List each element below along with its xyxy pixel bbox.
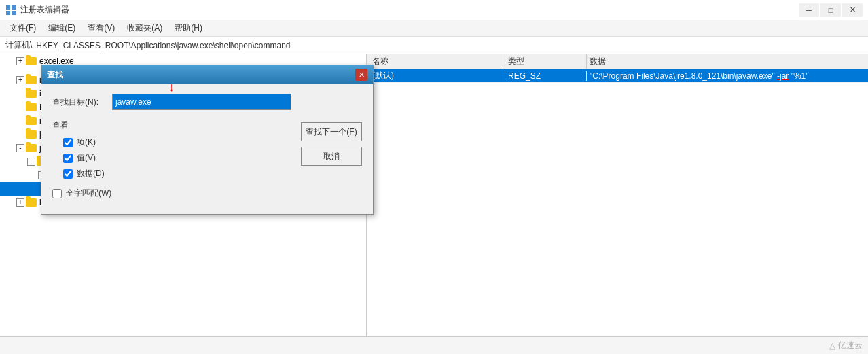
check-whole-row: 全字匹配(W) xyxy=(52,188,291,199)
checkboxes: 项(K) 值(V) 数据(D) xyxy=(63,137,291,179)
menu-view[interactable]: 查看(V) xyxy=(82,21,120,35)
title-bar-left: 注册表编辑器 xyxy=(5,4,69,16)
folder-icon-java xyxy=(26,130,37,139)
check-whole-label: 全字匹配(W) xyxy=(66,188,111,199)
watermark-icon: △ xyxy=(829,341,835,351)
title-bar: 注册表编辑器 ─ □ ✕ xyxy=(0,0,868,20)
dialog-buttons: 查找下一个(F) 取消 xyxy=(301,122,362,166)
arrow-down-1: ↓ xyxy=(168,80,175,94)
check-data-row: 数据(D) xyxy=(63,168,291,179)
col-header-type: 类型 xyxy=(505,54,587,69)
cancel-button[interactable]: 取消 xyxy=(301,147,362,166)
val-data-default: "C:\Program Files\Java\jre1.8.0_121\bin\… xyxy=(587,71,865,81)
expand-idgui[interactable]: + xyxy=(16,198,24,207)
find-dialog: 查找 ✕ 查找目标(N): 查找下一个(F) 取消 查看 项(K) 值(V) xyxy=(41,65,374,215)
folder-icon-isignup xyxy=(26,103,37,111)
val-type-default: REG_SZ xyxy=(505,71,587,81)
look-in-label: 查看 xyxy=(52,120,291,131)
col-header-name: 名称 xyxy=(369,54,505,69)
check-data[interactable] xyxy=(63,169,73,179)
menu-edit[interactable]: 编辑(E) xyxy=(43,21,81,35)
svg-rect-1 xyxy=(12,5,16,10)
folder-icon-idgui xyxy=(26,198,37,207)
status-bar: △ 亿速云 xyxy=(0,336,868,354)
folder-icon-isoburn xyxy=(26,117,37,125)
look-in-section: 查看 项(K) 值(V) 数据(D) xyxy=(52,120,291,179)
find-label: 查找目标(N): xyxy=(52,96,107,108)
address-bar: 计算机\ HKEY_CLASSES_ROOT\Applications\java… xyxy=(0,37,868,54)
folder-icon xyxy=(26,57,37,65)
expand-excel[interactable]: + xyxy=(16,57,24,65)
expand-shell[interactable]: - xyxy=(27,158,35,166)
col-header-data: 数据 xyxy=(587,54,865,69)
expand-javaw[interactable]: - xyxy=(16,144,24,152)
watermark-text: 亿速云 xyxy=(838,340,863,351)
folder-icon-inetcpl xyxy=(26,90,37,98)
close-button[interactable]: ✕ xyxy=(842,3,863,17)
watermark: △ 亿速云 xyxy=(829,340,863,351)
dialog-close-button[interactable]: ✕ xyxy=(355,69,367,81)
address-path: HKEY_CLASSES_ROOT\Applications\javaw.exe… xyxy=(36,41,863,50)
folder-icon-javaw xyxy=(26,144,37,152)
check-data-label: 数据(D) xyxy=(77,168,105,179)
find-input[interactable] xyxy=(112,94,291,110)
maximize-button[interactable]: □ xyxy=(820,3,841,17)
column-header: 名称 类型 数据 xyxy=(367,54,868,69)
check-items[interactable] xyxy=(63,138,73,147)
address-label: 计算机\ xyxy=(5,39,32,51)
values-panel: 名称 类型 数据 (默认) REG_SZ "C:\Program Files\J… xyxy=(367,54,868,336)
check-whole[interactable] xyxy=(52,189,62,198)
menu-favorites[interactable]: 收藏夹(A) xyxy=(122,21,168,35)
check-values[interactable] xyxy=(63,154,73,163)
folder-icon-iexplore xyxy=(26,76,37,84)
window-controls: ─ □ ✕ xyxy=(799,3,863,17)
svg-rect-3 xyxy=(12,11,16,15)
menu-bar: 文件(F) 编辑(E) 查看(V) 收藏夹(A) 帮助(H) xyxy=(0,20,868,37)
find-next-button[interactable]: 查找下一个(F) xyxy=(301,122,362,141)
find-target-row: 查找目标(N): xyxy=(52,94,291,110)
dialog-title-bar: 查找 ✕ xyxy=(41,65,373,84)
check-values-row: 值(V) xyxy=(63,152,291,164)
val-name-default: (默认) xyxy=(369,70,505,82)
value-row-default[interactable]: (默认) REG_SZ "C:\Program Files\Java\jre1.… xyxy=(367,69,868,83)
dialog-title-text: 查找 xyxy=(47,69,63,81)
check-items-label: 项(K) xyxy=(77,137,96,148)
check-values-label: 值(V) xyxy=(77,152,96,164)
expand-iexplore[interactable]: + xyxy=(16,76,24,84)
menu-file[interactable]: 文件(F) xyxy=(4,21,41,35)
title-text: 注册表编辑器 xyxy=(20,4,69,16)
check-items-row: 项(K) xyxy=(63,137,291,148)
app-icon xyxy=(5,5,16,16)
minimize-button[interactable]: ─ xyxy=(799,3,819,17)
menu-help[interactable]: 帮助(H) xyxy=(169,21,208,35)
dialog-body: 查找目标(N): 查找下一个(F) 取消 查看 项(K) 值(V) xyxy=(41,84,373,214)
svg-rect-0 xyxy=(6,5,10,10)
svg-rect-2 xyxy=(6,11,10,15)
